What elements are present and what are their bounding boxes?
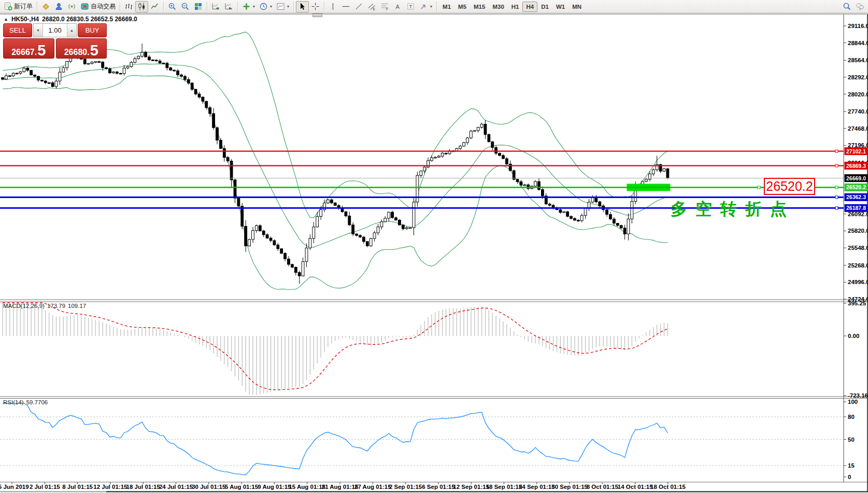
price-axis[interactable] (844, 15, 868, 482)
horizontal-line-icon (341, 2, 350, 11)
text-icon: A (393, 2, 402, 11)
rsi-name: RSI(14) (3, 399, 24, 405)
chevron-down-icon: ▾ (253, 4, 255, 9)
fibonacci-icon: F (380, 2, 389, 11)
chevron-down-icon: ▾ (430, 4, 432, 9)
arrow-object-icon (419, 2, 428, 11)
price-callout-label[interactable]: 26520.2 (764, 178, 815, 195)
volume-increase-button[interactable]: ▲ (67, 24, 76, 37)
macd-panel[interactable] (0, 302, 844, 396)
bar-chart-button[interactable] (122, 1, 135, 12)
toolbar-separator (237, 2, 238, 11)
timeframe-h4[interactable]: H4 (522, 2, 537, 12)
macd-main-value: 173.79 (47, 303, 65, 309)
timeframe-m1[interactable]: M1 (439, 2, 454, 12)
svg-text:E: E (373, 7, 376, 11)
zoom-in-button[interactable] (166, 1, 179, 12)
timeframe-mn[interactable]: MN (568, 2, 585, 12)
buy-price-main: 26680 (64, 48, 88, 57)
sell-price[interactable]: 26667.5 (3, 38, 54, 59)
window-split-handle[interactable] (312, 13, 322, 17)
new-order-button[interactable]: 新订单 (2, 1, 35, 12)
channel-button[interactable]: E (365, 1, 378, 12)
chat-button[interactable] (853, 1, 866, 12)
timeframe-m15[interactable]: M15 (470, 2, 489, 12)
sell-price-dot: . (35, 48, 37, 57)
chevron-down-icon: ▾ (270, 4, 272, 9)
volume-stepper: ▼ 1.00 ▲ (33, 23, 77, 37)
fibonacci-button[interactable]: F (378, 1, 391, 12)
timeframe-m30[interactable]: M30 (489, 2, 507, 12)
line-chart-button[interactable] (148, 1, 161, 12)
signals-icon (67, 2, 76, 11)
trendline-button[interactable] (352, 1, 365, 12)
search-icon (843, 2, 851, 11)
volume-value[interactable]: 1.00 (43, 24, 67, 37)
data-window-icon (54, 2, 63, 11)
zoom-out-button[interactable] (179, 1, 192, 12)
new-order-icon (4, 2, 12, 11)
candlestick-chart-button[interactable] (135, 1, 148, 12)
main-chart-panel[interactable] (0, 15, 844, 299)
auto-scroll-button[interactable] (209, 1, 222, 12)
chart-header: ▲ HK50-,H4 26820.0 26830.5 26652.5 26669… (4, 16, 137, 23)
horizontal-line-button[interactable] (339, 1, 352, 12)
bar-chart-icon (124, 2, 133, 11)
sell-price-fraction: 5 (37, 45, 46, 57)
arrows-button[interactable]: ▾ (417, 1, 434, 12)
market-watch-button[interactable] (39, 1, 52, 12)
buy-price-fraction: 5 (90, 45, 98, 57)
macd-signal-value: 109.17 (68, 303, 86, 309)
timeframe-w1[interactable]: W1 (552, 2, 568, 12)
crosshair-icon (311, 2, 320, 11)
periods-button[interactable]: ▾ (257, 1, 274, 12)
collapse-trade-panel-icon[interactable]: ▲ (4, 17, 8, 22)
one-click-trading-panel: SELL ▼ 1.00 ▲ BUY 26667.5 26680.5 (3, 23, 107, 59)
macd-name: MACD(12,26,9) (3, 303, 45, 309)
search-button[interactable] (841, 1, 853, 12)
toolbar-separator (436, 2, 437, 11)
toolbar-separator (207, 2, 207, 11)
text-button[interactable]: A (391, 1, 404, 12)
vertical-line-button[interactable] (326, 1, 339, 12)
chart-shift-button[interactable] (222, 1, 235, 12)
cursor-icon (298, 2, 307, 11)
rsi-value: 59.7706 (26, 399, 48, 405)
new-order-label: 新订单 (14, 2, 33, 11)
time-axis[interactable] (0, 483, 844, 491)
timeframe-d1[interactable]: D1 (537, 2, 552, 12)
tile-windows-button[interactable] (192, 1, 205, 12)
signals-button[interactable] (65, 1, 78, 12)
panel-divider-rsi[interactable] (0, 395, 868, 399)
crosshair-button[interactable] (309, 1, 322, 12)
cursor-button[interactable] (296, 1, 309, 12)
clock-icon (259, 2, 268, 11)
timeframe-h1[interactable]: H1 (508, 2, 523, 12)
timeframe-m5[interactable]: M5 (454, 2, 470, 12)
indicators-button[interactable]: ▾ (240, 1, 257, 12)
chat-icon (856, 2, 864, 11)
templates-button[interactable]: ▾ (274, 1, 291, 12)
sell-button[interactable]: SELL (3, 23, 32, 37)
svg-text:A: A (396, 4, 400, 10)
panel-divider-macd[interactable] (0, 298, 868, 302)
toolbar-separator (37, 2, 37, 11)
zoom-out-icon (181, 2, 190, 11)
svg-text:T: T (409, 4, 412, 9)
market-watch-icon (41, 2, 50, 11)
annotation-text[interactable]: 多空转折点 (671, 198, 795, 221)
sell-price-main: 26667 (11, 48, 35, 57)
data-window-button[interactable] (52, 1, 65, 12)
svg-text:F: F (386, 7, 388, 11)
equidistant-channel-icon: E (367, 2, 376, 11)
buy-button[interactable]: BUY (78, 23, 107, 37)
buy-price[interactable]: 26680.5 (56, 38, 107, 59)
chart-template-icon (276, 2, 285, 11)
ohlc-values: 26820.0 26830.5 26652.5 26669.0 (42, 16, 137, 23)
volume-decrease-button[interactable]: ▼ (34, 24, 43, 37)
text-label-button[interactable]: T (404, 1, 417, 12)
auto-trading-button[interactable]: 自动交易 (78, 1, 118, 12)
macd-indicator-label: MACD(12,26,9)173.79109.17 (3, 303, 86, 309)
rsi-panel[interactable] (0, 398, 844, 482)
auto-scroll-icon (211, 2, 220, 11)
